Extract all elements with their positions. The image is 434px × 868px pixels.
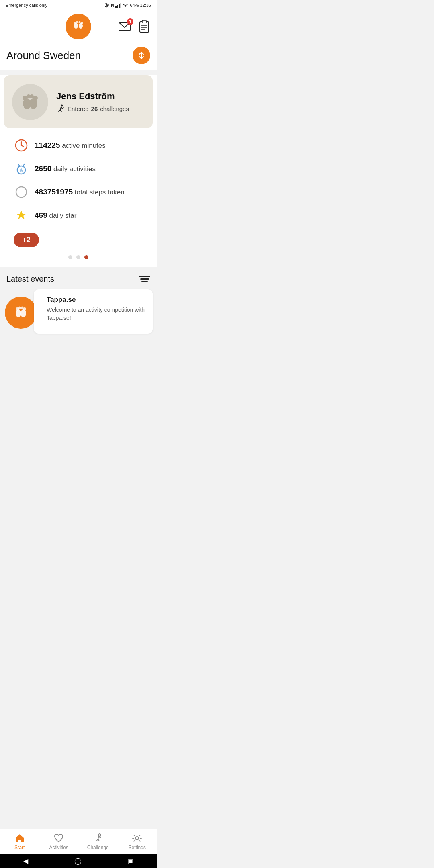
dot-3[interactable]: [84, 255, 88, 259]
daily-activities-label: daily activities: [53, 165, 96, 173]
svg-point-30: [16, 309, 21, 317]
svg-point-9: [81, 22, 83, 24]
dot-2[interactable]: [76, 255, 80, 259]
svg-point-6: [74, 22, 76, 24]
svg-rect-12: [142, 20, 146, 23]
mail-badge: 1: [127, 18, 133, 25]
star-icon-wrap: [14, 208, 29, 223]
daily-star-num: 469: [35, 211, 47, 219]
svg-point-7: [76, 21, 78, 23]
svg-rect-1: [117, 5, 118, 8]
active-minutes-num: 114225: [35, 141, 60, 149]
daily-star-label: daily star: [49, 212, 76, 219]
circle-icon-wrap: [14, 184, 29, 200]
challenges-suffix: challenges: [100, 105, 129, 112]
medal-icon: [14, 162, 28, 176]
bluetooth-icon: [104, 2, 109, 8]
svg-point-22: [61, 105, 63, 107]
svg-point-28: [16, 187, 27, 197]
daily-star-text: 469 daily star: [35, 211, 76, 220]
app-logo[interactable]: [66, 14, 91, 39]
svg-rect-2: [119, 4, 120, 8]
running-icon: [56, 104, 65, 113]
sort-icon: [137, 51, 146, 60]
event-card[interactable]: Tappa.se Welcome to an activity competit…: [34, 289, 153, 334]
active-minutes-row: 114225 active minutes: [14, 138, 143, 153]
svg-rect-11: [140, 22, 149, 32]
profile-name: Jens Edström: [56, 91, 129, 102]
dot-1[interactable]: [68, 255, 72, 259]
svg-rect-3: [120, 3, 121, 8]
header-icons: 1: [118, 20, 150, 33]
daily-activities-row: 2650 daily activities: [14, 161, 143, 176]
total-steps-num: 483751975: [35, 188, 73, 196]
sort-button[interactable]: [133, 47, 150, 64]
clipboard-icon-btn[interactable]: [138, 20, 150, 33]
profile-challenges: Entered 26 challenges: [56, 104, 129, 113]
active-minutes-label: active minutes: [62, 142, 106, 149]
svg-rect-0: [115, 6, 117, 8]
total-steps-label: total steps taken: [75, 188, 125, 196]
svg-point-35: [23, 307, 26, 311]
header: 1: [0, 10, 157, 43]
daily-star-row: 469 daily star: [14, 208, 143, 223]
filter-button[interactable]: [139, 276, 150, 283]
clipboard-icon: [138, 20, 150, 33]
daily-activities-num: 2650: [35, 164, 51, 173]
challenges-prefix: Entered: [68, 105, 89, 112]
profile-card: Jens Edström Entered 26 challenges: [4, 75, 153, 128]
active-minutes-text: 114225 active minutes: [35, 141, 106, 150]
total-steps-text: 483751975 total steps taken: [35, 188, 125, 197]
avatar-icon: [18, 90, 42, 114]
event-logo[interactable]: [5, 297, 37, 329]
medal-icon-wrap: [14, 161, 29, 176]
svg-marker-27: [19, 168, 24, 172]
svg-point-33: [18, 307, 21, 309]
svg-point-8: [79, 21, 81, 23]
event-footprint-icon: [11, 303, 31, 322]
star-icon: [14, 209, 28, 222]
event-content: Tappa.se Welcome to an activity competit…: [40, 289, 153, 334]
svg-point-21: [33, 96, 38, 100]
avatar: [12, 84, 48, 120]
filter-line-2: [140, 278, 149, 280]
status-right: N 64% 12:35: [104, 2, 151, 8]
svg-line-25: [21, 145, 24, 147]
stats-card: 114225 active minutes 2650 daily activit…: [4, 128, 153, 267]
clock-icon-wrap: [14, 138, 29, 153]
mail-wrapper[interactable]: 1: [118, 21, 131, 32]
status-left: Emergency calls only: [6, 3, 47, 8]
pagination-dots: [14, 251, 143, 262]
latest-events-title: Latest events: [6, 274, 54, 284]
svg-point-31: [20, 309, 26, 317]
filter-line-1: [139, 276, 150, 277]
circle-icon: [14, 185, 28, 199]
signal-icon: [115, 3, 121, 8]
status-bar: Emergency calls only N 64% 12:35: [0, 0, 157, 10]
total-steps-row: 483751975 total steps taken: [14, 184, 143, 200]
latest-events-header: Latest events: [6, 274, 153, 284]
latest-events-section: Latest events Tappa.se Welcome to an act…: [0, 267, 157, 338]
profile-info: Jens Edström Entered 26 challenges: [56, 91, 129, 113]
battery-pct: 64% 12:35: [130, 3, 151, 8]
svg-marker-29: [16, 211, 26, 219]
clock-icon: [14, 139, 28, 152]
nfc-icon: N: [111, 3, 114, 8]
event-title: Tappa.se: [47, 296, 146, 304]
wifi-icon: [123, 3, 128, 8]
plus-badge[interactable]: +2: [14, 233, 39, 247]
title-row: Around Sweden: [0, 43, 157, 70]
page-title: Around Sweden: [6, 49, 81, 62]
filter-line-3: [141, 281, 148, 283]
challenges-num: 26: [91, 105, 98, 112]
event-row: Tappa.se Welcome to an activity competit…: [6, 289, 153, 334]
daily-activities-text: 2650 daily activities: [35, 164, 96, 173]
event-description: Welcome to an activity competition with …: [47, 306, 146, 322]
footprint-logo-icon: [70, 18, 86, 35]
